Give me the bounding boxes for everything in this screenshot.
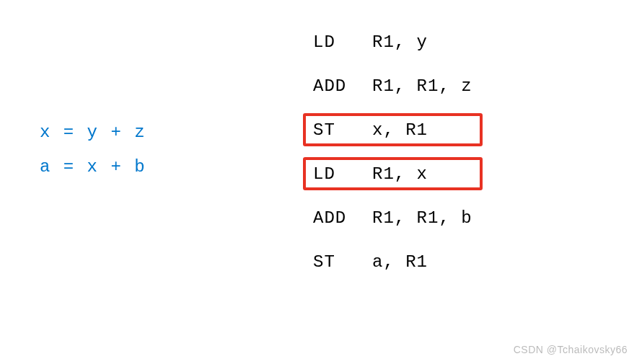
asm-operands: R1, R1, z xyxy=(372,76,472,96)
asm-opcode: ST xyxy=(313,252,372,272)
assembly-listing: LD R1, y ADD R1, R1, z ST x, R1 LD R1, x… xyxy=(303,14,483,289)
asm-opcode: LD xyxy=(313,32,372,52)
asm-line-highlighted: ST x, R1 xyxy=(303,113,483,146)
asm-operands: x, R1 xyxy=(372,120,428,140)
watermark: CSDN @Tchaikovsky66 xyxy=(514,344,628,355)
source-line: a = x + b xyxy=(40,150,146,185)
asm-line-highlighted: LD R1, x xyxy=(303,157,483,190)
asm-line: ADD R1, R1, b xyxy=(303,201,483,234)
asm-operands: R1, x xyxy=(372,164,428,184)
source-line: x = y + z xyxy=(40,115,146,150)
asm-line: LD R1, y xyxy=(303,25,483,58)
asm-operands: R1, y xyxy=(372,32,428,52)
asm-operands: a, R1 xyxy=(372,252,428,272)
asm-line: ST a, R1 xyxy=(303,245,483,278)
asm-operands: R1, R1, b xyxy=(372,208,472,228)
asm-opcode: LD xyxy=(313,164,372,184)
asm-opcode: ADD xyxy=(313,208,372,228)
asm-opcode: ST xyxy=(313,120,372,140)
source-code-block: x = y + z a = x + b xyxy=(40,115,146,185)
asm-line: ADD R1, R1, z xyxy=(303,69,483,102)
asm-opcode: ADD xyxy=(313,76,372,96)
figure: x = y + z a = x + b LD R1, y ADD R1, R1,… xyxy=(0,0,642,364)
